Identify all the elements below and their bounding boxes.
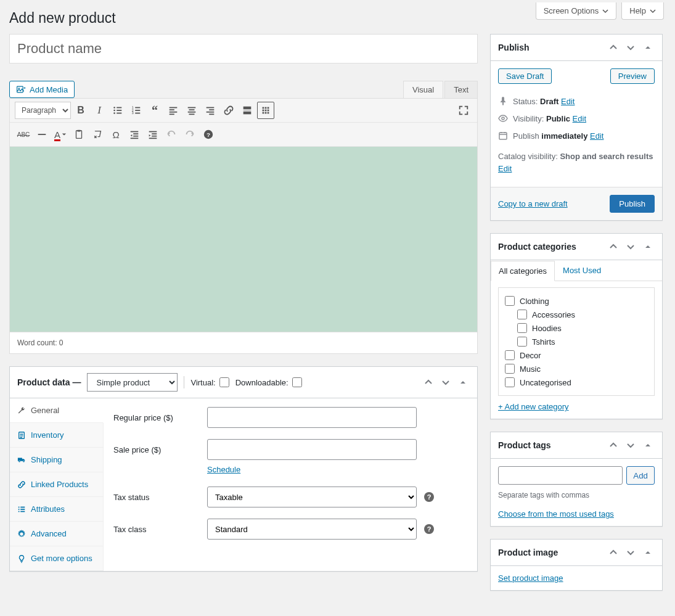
move-down-button[interactable]	[624, 41, 637, 54]
toggle-panel-button[interactable]	[456, 376, 470, 389]
visual-tab[interactable]: Visual	[403, 81, 443, 98]
redo-button[interactable]	[181, 126, 198, 143]
sale-price-input[interactable]	[207, 439, 417, 460]
paragraph-select[interactable]: Paragraph	[15, 102, 71, 119]
help-icon-button[interactable]: ?	[200, 126, 217, 143]
toggle-panel-button[interactable]	[641, 41, 655, 54]
move-up-button[interactable]	[607, 546, 620, 559]
text-tab[interactable]: Text	[444, 81, 478, 98]
tab-advanced[interactable]: Advanced	[10, 522, 103, 546]
copy-draft-link[interactable]: Copy to a new draft	[498, 199, 568, 208]
toggle-panel-button[interactable]	[641, 546, 655, 559]
move-down-button[interactable]	[624, 438, 637, 452]
edit-visibility-link[interactable]: Edit	[573, 114, 586, 123]
svg-rect-32	[263, 110, 264, 112]
most-used-tab[interactable]: Most Used	[555, 260, 609, 281]
gear-icon	[17, 530, 26, 538]
product-data-title: Product data —	[17, 377, 81, 387]
tab-general[interactable]: General	[10, 398, 104, 423]
edit-status-link[interactable]: Edit	[561, 97, 575, 106]
clear-format-button[interactable]	[89, 126, 106, 143]
category-item[interactable]: Clothing	[505, 294, 648, 308]
svg-rect-30	[265, 107, 267, 109]
virtual-checkbox[interactable]: Virtual:	[190, 377, 229, 387]
move-down-button[interactable]	[624, 546, 637, 559]
strikethrough-button[interactable]: ABC	[15, 126, 32, 143]
calendar-icon	[498, 131, 508, 141]
all-categories-tab[interactable]: All categories	[491, 261, 555, 281]
category-item[interactable]: Uncategorised	[505, 376, 648, 389]
hr-button[interactable]	[33, 126, 51, 143]
svg-rect-34	[268, 110, 269, 112]
undo-button[interactable]	[163, 126, 180, 143]
edit-date-link[interactable]: Edit	[590, 131, 603, 141]
tab-shipping[interactable]: Shipping	[10, 448, 103, 472]
tax-class-select[interactable]: Standard	[207, 519, 417, 540]
product-type-select[interactable]: Simple product	[87, 373, 178, 392]
move-up-button[interactable]	[422, 376, 435, 389]
align-left-button[interactable]	[165, 102, 182, 119]
category-item[interactable]: Tshirts	[517, 335, 648, 348]
tax-status-select[interactable]: Taxable	[207, 487, 417, 507]
tab-inventory[interactable]: Inventory	[10, 423, 103, 448]
category-item[interactable]: Music	[505, 362, 648, 376]
move-down-button[interactable]	[624, 240, 637, 253]
svg-rect-45	[149, 131, 157, 133]
product-name-input[interactable]	[9, 34, 478, 64]
bold-button[interactable]: B	[72, 102, 89, 119]
move-up-button[interactable]	[607, 438, 620, 452]
outdent-button[interactable]	[126, 126, 143, 143]
move-up-button[interactable]	[607, 240, 620, 253]
category-item[interactable]: Decor	[505, 348, 648, 362]
align-center-button[interactable]	[183, 102, 200, 119]
add-media-button[interactable]: Add Media	[9, 81, 75, 98]
align-right-button[interactable]	[202, 102, 219, 119]
svg-rect-54	[18, 509, 20, 510]
tags-input[interactable]	[498, 466, 623, 485]
paste-text-button[interactable]	[70, 126, 88, 143]
toggle-panel-button[interactable]	[641, 240, 655, 253]
tab-more[interactable]: Get more options	[10, 546, 103, 571]
help-icon[interactable]: ?	[424, 492, 434, 502]
choose-tags-link[interactable]: Choose from the most used tags	[498, 509, 614, 519]
number-list-button[interactable]: 123	[128, 102, 145, 119]
tax-status-label: Tax status	[113, 493, 200, 502]
special-char-button[interactable]: Ω	[107, 126, 125, 143]
help-button[interactable]: Help	[621, 2, 664, 20]
downloadable-checkbox[interactable]: Downloadable:	[235, 377, 302, 387]
edit-catalog-link[interactable]: Edit	[498, 164, 512, 173]
category-item[interactable]: Hoodies	[517, 321, 648, 335]
add-category-link[interactable]: + Add new category	[498, 402, 569, 411]
svg-rect-46	[152, 133, 157, 134]
schedule-link[interactable]: Schedule	[207, 465, 240, 474]
toolbar-toggle-button[interactable]	[257, 102, 274, 119]
svg-rect-13	[135, 113, 140, 114]
bullet-list-button[interactable]	[109, 102, 126, 119]
svg-point-6	[113, 112, 115, 114]
fullscreen-button[interactable]	[455, 102, 472, 119]
preview-button[interactable]: Preview	[610, 68, 655, 84]
help-icon[interactable]: ?	[424, 524, 434, 534]
screen-options-button[interactable]: Screen Options	[536, 2, 617, 20]
move-down-button[interactable]	[439, 376, 452, 389]
quote-button[interactable]: “	[146, 102, 163, 119]
toggle-panel-button[interactable]	[641, 438, 655, 452]
text-color-button[interactable]: A	[52, 126, 69, 143]
category-item[interactable]: Accessories	[517, 308, 648, 321]
read-more-button[interactable]	[239, 102, 256, 119]
tab-linked[interactable]: Linked Products	[10, 472, 103, 497]
content-editor[interactable]	[10, 147, 477, 332]
tab-attributes[interactable]: Attributes	[10, 497, 103, 522]
move-up-button[interactable]	[607, 41, 620, 54]
save-draft-button[interactable]: Save Draft	[498, 68, 552, 84]
publish-button[interactable]: Publish	[610, 195, 655, 213]
italic-button[interactable]: I	[91, 102, 108, 119]
regular-price-input[interactable]	[207, 407, 417, 428]
set-image-link[interactable]: Set product image	[498, 573, 563, 583]
link-button[interactable]	[220, 102, 237, 119]
svg-rect-31	[268, 107, 269, 109]
add-tag-button[interactable]: Add	[626, 466, 655, 485]
indent-button[interactable]	[144, 126, 162, 143]
list-icon	[17, 505, 26, 514]
svg-rect-55	[20, 509, 25, 510]
